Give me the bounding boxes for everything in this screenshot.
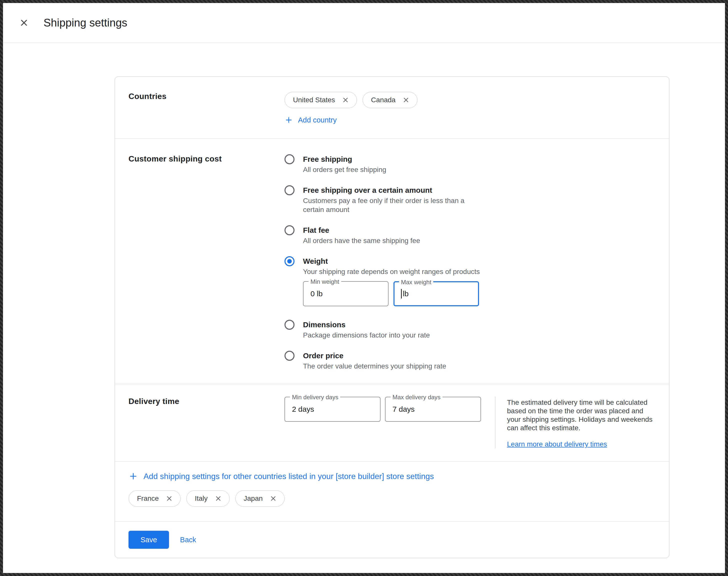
field-label: Min weight	[309, 278, 341, 286]
radio-button[interactable]	[285, 351, 294, 361]
save-button[interactable]: Save	[128, 531, 169, 549]
max-delivery-days-input[interactable]: Max delivery days 7 days	[385, 397, 481, 422]
radio-option-text: Free shipping over a certain amount Cust…	[303, 185, 483, 214]
radio-option-weight[interactable]: Weight Your shipping rate depends on wei…	[285, 256, 656, 309]
add-country-label: Add country	[298, 116, 337, 124]
shipping-settings-dialog: Shipping settings Countries United State…	[3, 3, 725, 573]
chip-label: Italy	[195, 494, 207, 502]
radio-option-text: Flat fee All orders have the same shippi…	[303, 225, 420, 245]
close-button[interactable]	[14, 13, 34, 33]
close-icon	[269, 495, 277, 502]
field-value: 7 days	[392, 405, 414, 413]
option-description: Customers pay a fee only if their order …	[303, 196, 483, 214]
radio-button[interactable]	[285, 256, 294, 266]
radio-button[interactable]	[285, 225, 294, 235]
close-icon	[342, 96, 349, 104]
learn-more-link[interactable]: Learn more about delivery times	[507, 440, 607, 448]
chip-label: France	[137, 494, 159, 502]
option-description: All orders have the same shipping fee	[303, 236, 420, 245]
radio-option-text: Free shipping All orders get free shippi…	[303, 154, 386, 174]
min-delivery-days-input[interactable]: Min delivery days 2 days	[285, 397, 380, 422]
max-weight-input[interactable]: Max weight lb	[394, 281, 479, 306]
option-title: Weight	[303, 256, 480, 266]
other-country-chips: France Italy Japan	[128, 490, 656, 507]
field-label: Max weight	[399, 278, 433, 286]
close-icon	[166, 495, 173, 502]
other-countries-section: Add shipping settings for other countrie…	[115, 462, 669, 521]
delivery-time-label: Delivery time	[128, 397, 285, 448]
field-value: lb	[403, 289, 408, 298]
add-shipping-settings-button[interactable]: Add shipping settings for other countrie…	[128, 471, 434, 481]
remove-country-button[interactable]	[164, 493, 175, 504]
close-icon	[19, 18, 29, 28]
option-description: The order value determines your shipping…	[303, 362, 446, 371]
min-weight-input[interactable]: Min weight 0 lb	[303, 281, 388, 306]
weight-range-fields: Min weight 0 lb Max weight lb	[303, 281, 480, 306]
radio-option-text: Order price The order value determines y…	[303, 351, 446, 371]
option-title: Free shipping	[303, 154, 386, 164]
option-title: Dimensions	[303, 320, 430, 330]
text-caret	[401, 289, 402, 298]
shipping-cost-label: Customer shipping cost	[128, 154, 285, 371]
country-chip-japan: Japan	[235, 490, 285, 507]
back-button[interactable]: Back	[174, 532, 202, 548]
chip-label: Japan	[244, 494, 263, 502]
field-value: 0 lb	[311, 289, 322, 298]
field-label: Max delivery days	[390, 393, 442, 401]
radio-button[interactable]	[285, 154, 294, 164]
radio-option-free-shipping[interactable]: Free shipping All orders get free shippi…	[285, 154, 656, 174]
delivery-time-section: Delivery time Min delivery days 2 days M…	[115, 384, 669, 461]
country-chip-canada: Canada	[362, 92, 417, 108]
option-title: Flat fee	[303, 225, 420, 235]
dialog-footer: Save Back	[115, 522, 669, 558]
remove-country-button[interactable]	[401, 94, 411, 106]
remove-country-button[interactable]	[340, 94, 351, 106]
radio-option-text: Dimensions Package dimensions factor int…	[303, 320, 430, 340]
radio-option-free-shipping-over-amount[interactable]: Free shipping over a certain amount Cust…	[285, 185, 656, 214]
delivery-time-content: Min delivery days 2 days Max delivery da…	[285, 397, 656, 448]
country-chip-italy: Italy	[186, 490, 230, 507]
delivery-helper: The estimated delivery time will be calc…	[507, 397, 653, 448]
countries-section: Countries United States Canada	[115, 77, 669, 138]
delivery-fields: Min delivery days 2 days Max delivery da…	[285, 397, 481, 448]
dialog-header: Shipping settings	[3, 3, 725, 43]
plus-icon	[285, 116, 293, 124]
country-chips: United States Canada	[285, 92, 656, 108]
remove-country-button[interactable]	[268, 493, 279, 504]
plus-icon	[128, 471, 138, 481]
chip-label: Canada	[371, 96, 396, 104]
option-description: Package dimensions factor into your rate	[303, 331, 430, 340]
option-title: Order price	[303, 351, 446, 361]
shipping-cost-options: Free shipping All orders get free shippi…	[285, 154, 656, 371]
country-chip-france: France	[128, 490, 181, 507]
vertical-divider	[495, 397, 495, 448]
countries-label: Countries	[128, 92, 285, 124]
add-shipping-settings-label: Add shipping settings for other countrie…	[144, 471, 434, 481]
close-icon	[214, 495, 222, 502]
option-title: Free shipping over a certain amount	[303, 185, 483, 195]
option-description: All orders get free shipping	[303, 165, 386, 174]
radio-button[interactable]	[285, 320, 294, 330]
remove-country-button[interactable]	[213, 493, 224, 504]
shipping-cost-section: Customer shipping cost Free shipping All…	[115, 139, 669, 384]
close-icon	[402, 96, 410, 104]
radio-option-flat-fee[interactable]: Flat fee All orders have the same shippi…	[285, 225, 656, 245]
field-value: 2 days	[292, 405, 314, 413]
chip-label: United States	[293, 96, 335, 104]
country-chip-united-states: United States	[285, 92, 357, 108]
radio-option-dimensions[interactable]: Dimensions Package dimensions factor int…	[285, 320, 656, 340]
radio-option-order-price[interactable]: Order price The order value determines y…	[285, 351, 656, 371]
delivery-helper-text: The estimated delivery time will be calc…	[507, 398, 653, 432]
option-description: Your shipping rate depends on weight ran…	[303, 267, 480, 276]
add-country-button[interactable]: Add country	[285, 116, 337, 124]
radio-button[interactable]	[285, 185, 294, 195]
countries-content: United States Canada Add country	[285, 92, 656, 124]
settings-card: Countries United States Canada	[115, 76, 670, 558]
page-title: Shipping settings	[43, 17, 127, 29]
radio-option-text: Weight Your shipping rate depends on wei…	[303, 256, 480, 309]
field-label: Min delivery days	[290, 393, 340, 401]
